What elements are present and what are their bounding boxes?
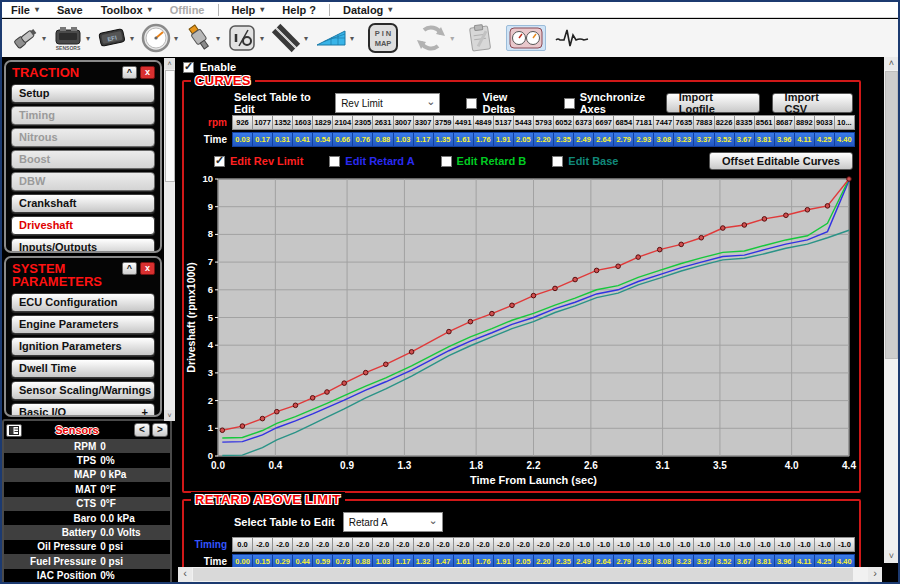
time-cell[interactable]: 2.93: [634, 132, 654, 147]
rpm-cell[interactable]: 9033: [815, 115, 835, 130]
timing-cell[interactable]: -2.0: [514, 537, 534, 552]
system-parameters-item-engine-parameters[interactable]: Engine Parameters: [11, 315, 155, 334]
time-cell[interactable]: 0.31: [273, 132, 293, 147]
time-cell[interactable]: 1.76: [474, 132, 494, 147]
time-cell[interactable]: 2.20: [534, 132, 554, 147]
dropdown-arrow-icon[interactable]: ▾: [130, 34, 134, 43]
system-parameters-item-ignition-parameters[interactable]: Ignition Parameters: [11, 337, 155, 356]
rpm-cell[interactable]: 4491: [454, 115, 474, 130]
menu-datalog[interactable]: Datalog▾: [334, 2, 401, 17]
retard-table-select[interactable]: Retard A ⌄: [343, 512, 443, 532]
timing-cell[interactable]: -2.0: [454, 537, 474, 552]
timing-cell[interactable]: -2.0: [313, 537, 333, 552]
view-deltas-checkbox[interactable]: [466, 98, 477, 109]
horizontal-scrollbar[interactable]: ‹ ›: [178, 567, 882, 582]
rpm-cell[interactable]: 1077: [253, 115, 273, 130]
system-parameters-item-basic-i-o[interactable]: Basic I/O+: [11, 403, 155, 417]
coil-icon[interactable]: ▾: [8, 22, 48, 54]
menu-help[interactable]: Help▾: [223, 2, 274, 17]
timing-cell[interactable]: -1.0: [815, 537, 835, 552]
rpm-cell[interactable]: 7883: [694, 115, 714, 130]
time-cell[interactable]: 4.40: [835, 132, 855, 147]
time-cell[interactable]: 1.61: [454, 132, 474, 147]
close-icon[interactable]: x: [140, 66, 155, 79]
timing-cell[interactable]: -1.0: [835, 537, 855, 552]
rpm-cell[interactable]: 10...: [835, 115, 855, 130]
time-cell[interactable]: 0.76: [353, 132, 373, 147]
menu-save[interactable]: Save: [48, 2, 92, 17]
rpm-cell[interactable]: 8335: [735, 115, 755, 130]
time-cell[interactable]: 0.03: [232, 132, 253, 147]
timing-cell[interactable]: -1.0: [694, 537, 714, 552]
scrollbar-thumb[interactable]: [165, 70, 175, 182]
gauges-icon[interactable]: [506, 25, 546, 51]
rpm-cell[interactable]: 2104: [333, 115, 353, 130]
system-parameters-item-sensor-scaling-warnings[interactable]: Sensor Scaling/Warnings +: [11, 381, 155, 400]
time-cell[interactable]: 2.79: [614, 132, 634, 147]
scrollbar-thumb[interactable]: [193, 568, 853, 581]
timing-cell[interactable]: -2.0: [333, 537, 353, 552]
time-cell[interactable]: 3.67: [735, 132, 755, 147]
fan-icon[interactable]: ▾: [312, 22, 356, 54]
gauge-icon[interactable]: ▾: [138, 21, 180, 55]
time-cell[interactable]: 2.35: [554, 132, 574, 147]
timing-cell[interactable]: -1.0: [795, 537, 815, 552]
edit-retard-a-checkbox[interactable]: [329, 156, 340, 167]
scrollbar-thumb[interactable]: [885, 71, 898, 359]
edit-rev-limit-checkbox[interactable]: ✓: [214, 156, 225, 167]
menu-help[interactable]: Help ?: [273, 2, 325, 17]
scroll-down-icon[interactable]: ˅: [884, 550, 899, 563]
sensors-module-icon[interactable]: SENSORS ▾: [50, 22, 92, 54]
time-cell[interactable]: 3.23: [674, 132, 694, 147]
timing-cell[interactable]: -2.0: [293, 537, 313, 552]
edit-retard-b-checkbox[interactable]: [441, 156, 452, 167]
sensors-layout-icon[interactable]: [6, 424, 22, 437]
timing-cell[interactable]: -1.0: [574, 537, 594, 552]
close-icon[interactable]: x: [140, 262, 155, 275]
rpm-cell[interactable]: 6697: [594, 115, 614, 130]
timing-cell[interactable]: -2.0: [373, 537, 393, 552]
timing-cell[interactable]: -1.0: [614, 537, 634, 552]
dropdown-arrow-icon[interactable]: ▾: [174, 34, 178, 43]
timing-cell[interactable]: -1.0: [715, 537, 735, 552]
time-cell[interactable]: 3.52: [715, 132, 735, 147]
import-csv-button[interactable]: Import CSV: [772, 93, 853, 113]
time-cell[interactable]: 3.81: [755, 132, 775, 147]
time-cell[interactable]: 0.17: [253, 132, 273, 147]
scroll-up-icon[interactable]: ˄: [164, 58, 175, 69]
time-cell[interactable]: 3.08: [654, 132, 674, 147]
rpm-cell[interactable]: 7447: [654, 115, 674, 130]
timing-cell[interactable]: 0.0: [232, 537, 253, 552]
rpm-cell[interactable]: 6373: [574, 115, 594, 130]
timing-cell[interactable]: -2.0: [394, 537, 414, 552]
offset-editable-curves-button[interactable]: Offset Editable Curves: [709, 152, 853, 170]
pin-map-icon[interactable]: P I NMAP: [364, 20, 402, 56]
timing-cell[interactable]: -2.0: [434, 537, 454, 552]
menu-toolbox[interactable]: Toolbox▾: [92, 2, 161, 17]
timing-cell[interactable]: -2.0: [353, 537, 373, 552]
time-cell[interactable]: 3.37: [694, 132, 714, 147]
injector-icon[interactable]: ▾: [182, 21, 222, 55]
rpm-cell[interactable]: 8561: [755, 115, 775, 130]
vertical-scrollbar[interactable]: ˄ ˅: [884, 57, 899, 563]
rpm-cell[interactable]: 3759: [434, 115, 454, 130]
timing-cell[interactable]: -2.0: [554, 537, 574, 552]
dropdown-arrow-icon[interactable]: ▾: [216, 34, 220, 43]
time-cell[interactable]: 0.54: [313, 132, 333, 147]
sensors-next-button[interactable]: >: [152, 423, 168, 437]
timing-cell[interactable]: -1.0: [634, 537, 654, 552]
timing-cell[interactable]: -2.0: [253, 537, 273, 552]
rpm-cell[interactable]: 1352: [273, 115, 293, 130]
time-cell[interactable]: 0.41: [293, 132, 313, 147]
time-cell[interactable]: 1.03: [394, 132, 414, 147]
scroll-right-icon[interactable]: ›: [868, 567, 882, 582]
time-cell[interactable]: 4.11: [795, 132, 815, 147]
menu-file[interactable]: File▾: [2, 2, 48, 17]
synchronize-axes-checkbox[interactable]: [564, 98, 575, 109]
rpm-cell[interactable]: 8892: [795, 115, 815, 130]
timing-cell[interactable]: -1.0: [755, 537, 775, 552]
rpm-cell[interactable]: 5793: [534, 115, 554, 130]
dropdown-arrow-icon[interactable]: ▾: [260, 34, 264, 43]
system-parameters-item-dwell-time[interactable]: Dwell Time: [11, 359, 155, 378]
timing-cell[interactable]: -2.0: [273, 537, 293, 552]
